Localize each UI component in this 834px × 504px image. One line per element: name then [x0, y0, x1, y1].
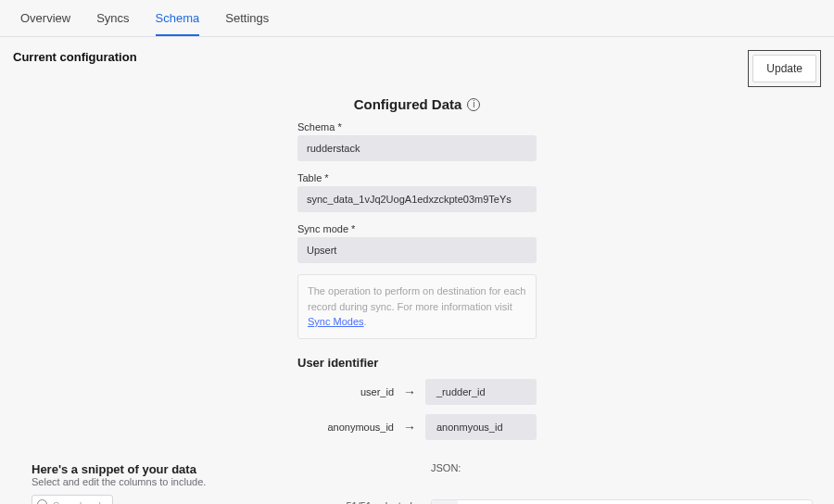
user-identifier-title: User identifier	[297, 356, 537, 370]
mapping-row-user-id: user_id → _rudder_id	[297, 379, 537, 405]
table-label: Table *	[297, 172, 537, 183]
map-target-anonymous-id[interactable]: anonmyous_id	[425, 414, 537, 440]
tab-overview[interactable]: Overview	[20, 11, 70, 36]
page-title: Current configuration	[13, 50, 137, 64]
sync-modes-link[interactable]: Sync Modes	[308, 316, 364, 327]
header-row: Current configuration Update	[0, 37, 834, 96]
json-panel: 12345 { type: 'identify', user_id: '4821…	[431, 499, 813, 505]
tab-schema[interactable]: Schema	[156, 11, 200, 36]
json-gutter: 12345	[432, 500, 458, 505]
configured-data-title: Configured Data	[354, 96, 462, 112]
nav-tabs: Overview Syncs Schema Settings	[0, 0, 834, 37]
snippet-title: Here's a snippet of your data	[32, 462, 412, 476]
sync-mode-help: The operation to perform on destination …	[297, 274, 537, 339]
snippet-row: Here's a snippet of your data Select and…	[0, 449, 834, 505]
schema-field[interactable]	[297, 135, 537, 161]
map-source-anonymous-id: anonymous_id	[327, 422, 394, 433]
map-target-user-id[interactable]: _rudder_id	[425, 379, 537, 405]
tab-syncs[interactable]: Syncs	[96, 11, 129, 36]
info-icon[interactable]: i	[467, 98, 480, 111]
update-button[interactable]: Update	[752, 55, 816, 82]
snippet-subtitle: Select and edit the columns to include.	[32, 476, 412, 487]
json-label: JSON:	[431, 462, 813, 473]
update-button-frame: Update	[748, 50, 821, 87]
sync-mode-label: Sync mode *	[297, 223, 537, 234]
table-field[interactable]	[297, 186, 537, 212]
sync-mode-field[interactable]	[297, 237, 537, 263]
tab-settings[interactable]: Settings	[225, 11, 269, 36]
map-source-user-id: user_id	[360, 386, 394, 397]
arrow-icon: →	[403, 420, 416, 435]
arrow-icon: →	[403, 384, 416, 399]
mapping-row-anonymous-id: anonymous_id → anonmyous_id	[297, 414, 537, 440]
schema-label: Schema *	[297, 121, 537, 132]
selected-count: 51/51 selected	[346, 500, 412, 505]
configured-data-section: Configured Data i Schema * Table * Sync …	[0, 96, 834, 449]
json-body: { type: 'identify', user_id: '482142', a…	[458, 500, 804, 505]
